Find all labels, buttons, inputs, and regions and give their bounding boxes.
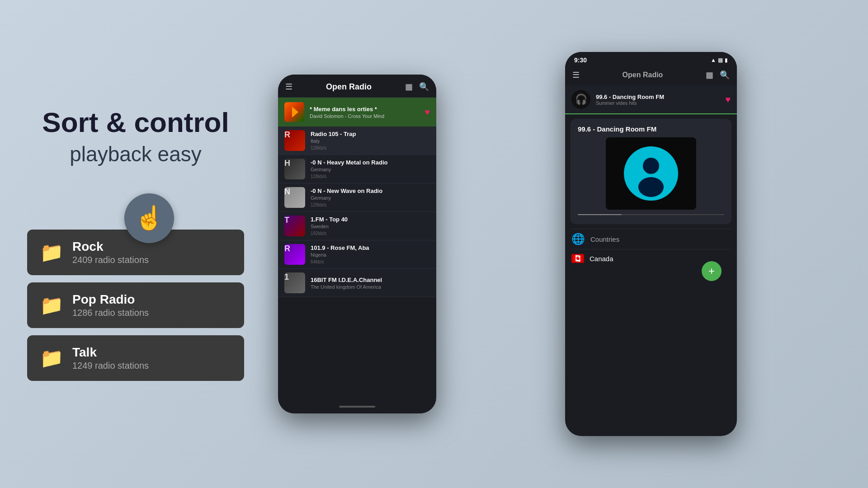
battery-icon: ▮ bbox=[725, 57, 728, 63]
status-icons: ▲ ▩ ▮ bbox=[711, 57, 728, 63]
thumb-letter: 1 bbox=[284, 272, 305, 282]
now-playing-thumbnail bbox=[284, 102, 304, 122]
now-playing-station: * Meme dans les orties * bbox=[310, 106, 419, 113]
svg-point-2 bbox=[638, 177, 664, 197]
rock-count: 2409 radio stations bbox=[72, 255, 149, 265]
right-favorite-icon[interactable]: ♥ bbox=[725, 94, 731, 105]
station-item[interactable]: R 101.9 - Rose FM, Aba Nigeria 64kb/s bbox=[278, 240, 436, 269]
station-country: Germany bbox=[311, 195, 430, 201]
fab-container: + bbox=[571, 267, 731, 290]
right-now-info: 99.6 - Dancing Room FM Summer vides hits bbox=[596, 94, 720, 106]
nav-indicator bbox=[339, 406, 375, 408]
station-name: 16BIT FM I.D.E.A.Channel bbox=[311, 277, 430, 283]
right-app-title: Open Radio bbox=[623, 71, 663, 79]
station-item[interactable]: 1 16BIT FM I.D.E.A.Channel The United ki… bbox=[278, 269, 436, 297]
station-info: 1.FM - Top 40 Sweden 192kb/s bbox=[311, 216, 430, 236]
player-progress-bar[interactable] bbox=[578, 214, 724, 215]
svg-point-1 bbox=[643, 158, 659, 174]
globe-icon: 🌐 bbox=[571, 233, 585, 245]
thumb-letter: T bbox=[284, 216, 305, 225]
station-bitrate: 192kb/s bbox=[311, 231, 430, 236]
countries-section[interactable]: 🌐 Countries bbox=[565, 229, 737, 249]
touch-hand-icon: ☝ bbox=[135, 204, 164, 232]
station-list: R Radio 105 - Trap Italy 128kb/s H -0 N … bbox=[278, 127, 436, 400]
station-name: 101.9 - Rose FM, Aba bbox=[311, 244, 430, 251]
favorite-icon[interactable]: ♥ bbox=[425, 107, 430, 117]
hero-subtitle: playback easy bbox=[70, 142, 202, 166]
menu-icon[interactable]: ☰ bbox=[285, 82, 292, 92]
search-icon[interactable]: 🔍 bbox=[720, 70, 730, 80]
pop-info: Pop Radio 1286 radio stations bbox=[72, 292, 149, 318]
category-cards: 📁 Rock 2409 radio stations 📁 Pop Radio 1… bbox=[27, 230, 244, 381]
folder-icon: 📁 bbox=[40, 241, 63, 263]
canada-flag-icon: 🇨🇦 bbox=[571, 254, 584, 263]
now-playing-info: * Meme dans les orties * David Solomon -… bbox=[310, 106, 419, 119]
station-thumbnail: H bbox=[284, 159, 305, 179]
thumb-letter: H bbox=[284, 159, 305, 168]
station-bitrate: 128kb/s bbox=[311, 145, 430, 150]
station-bitrate: 128kb/s bbox=[311, 202, 430, 207]
header-icons: ▦ 🔍 bbox=[706, 70, 730, 80]
station-thumbnail: N bbox=[284, 187, 305, 208]
middle-phone-frame: ☰ Open Radio ▦ 🔍 * Meme dans les orties … bbox=[278, 75, 436, 413]
player-card: 99.6 - Dancing Room FM bbox=[571, 119, 731, 224]
wifi-icon: ▲ bbox=[711, 57, 716, 63]
station-name: 1.FM - Top 40 bbox=[311, 216, 430, 223]
status-time: 9:30 bbox=[574, 56, 587, 64]
thumb-letter: N bbox=[284, 187, 305, 197]
touch-icon-container: ☝ bbox=[124, 193, 174, 243]
search-icon[interactable]: 🔍 bbox=[419, 82, 429, 92]
station-item[interactable]: N -0 N - New Wave on Radio Germany 128kb… bbox=[278, 183, 436, 212]
artwork-circle bbox=[624, 146, 678, 201]
right-track: Summer vides hits bbox=[596, 100, 720, 106]
right-now-playing-bar[interactable]: 🎧 99.6 - Dancing Room FM Summer vides hi… bbox=[565, 85, 737, 114]
folder-icon: 📁 bbox=[40, 347, 63, 369]
folder-icon: 📁 bbox=[40, 294, 63, 316]
status-bar: 9:30 ▲ ▩ ▮ bbox=[565, 52, 737, 66]
station-item[interactable]: R Radio 105 - Trap Italy 128kb/s bbox=[278, 127, 436, 155]
player-station-title: 99.6 - Dancing Room FM bbox=[571, 119, 731, 137]
station-country: Germany bbox=[311, 167, 430, 172]
station-info: 16BIT FM I.D.E.A.Channel The United king… bbox=[311, 277, 430, 290]
station-info: 101.9 - Rose FM, Aba Nigeria 64kb/s bbox=[311, 244, 430, 264]
station-country: Nigeria bbox=[311, 252, 430, 258]
pop-name: Pop Radio bbox=[72, 292, 149, 307]
right-station-name: 99.6 - Dancing Room FM bbox=[596, 94, 720, 100]
category-talk[interactable]: 📁 Talk 1249 radio stations bbox=[27, 335, 244, 381]
signal-icon: ▩ bbox=[718, 57, 723, 63]
touch-circle: ☝ bbox=[124, 193, 174, 243]
canada-label: Canada bbox=[590, 255, 613, 263]
pop-count: 1286 radio stations bbox=[72, 308, 149, 318]
countries-label: Countries bbox=[590, 235, 619, 243]
station-info: -0 N - New Wave on Radio Germany 128kb/s bbox=[311, 188, 430, 207]
headphone-icon: 🎧 bbox=[575, 94, 587, 105]
station-info: -0 N - Heavy Metal on Radio Germany 128k… bbox=[311, 159, 430, 179]
talk-info: Talk 1249 radio stations bbox=[72, 345, 149, 371]
category-pop-radio[interactable]: 📁 Pop Radio 1286 radio stations bbox=[27, 282, 244, 328]
station-thumbnail: 1 bbox=[284, 272, 305, 293]
menu-icon[interactable]: ☰ bbox=[572, 70, 580, 80]
station-thumbnail: R bbox=[284, 244, 305, 265]
station-item[interactable]: H -0 N - Heavy Metal on Radio Germany 12… bbox=[278, 155, 436, 183]
add-fab-button[interactable]: + bbox=[702, 261, 722, 281]
chart-icon[interactable]: ▦ bbox=[405, 82, 413, 92]
middle-phone-section: ☰ Open Radio ▦ 🔍 * Meme dans les orties … bbox=[271, 0, 443, 488]
thumb-letter: R bbox=[284, 130, 305, 140]
now-playing-bar[interactable]: * Meme dans les orties * David Solomon -… bbox=[278, 98, 436, 127]
rock-info: Rock 2409 radio stations bbox=[72, 239, 149, 265]
thumb-letter: R bbox=[284, 244, 305, 253]
header-icons: ▦ 🔍 bbox=[405, 82, 429, 92]
talk-count: 1249 radio stations bbox=[72, 361, 149, 371]
station-country: Italy bbox=[311, 138, 430, 144]
right-header: ☰ Open Radio ▦ 🔍 bbox=[565, 66, 737, 85]
talk-name: Talk bbox=[72, 345, 149, 360]
station-item[interactable]: T 1.FM - Top 40 Sweden 192kb/s bbox=[278, 212, 436, 240]
silhouette-svg bbox=[626, 149, 676, 198]
now-playing-track: David Solomon - Cross Your Mind bbox=[310, 113, 419, 119]
chart-icon[interactable]: ▦ bbox=[706, 70, 713, 80]
player-artwork bbox=[606, 137, 696, 210]
phone-nav-bar bbox=[278, 400, 436, 413]
station-thumbnail: T bbox=[284, 216, 305, 236]
station-name: -0 N - New Wave on Radio bbox=[311, 188, 430, 194]
station-country: The United kingdom Of America bbox=[311, 284, 430, 290]
